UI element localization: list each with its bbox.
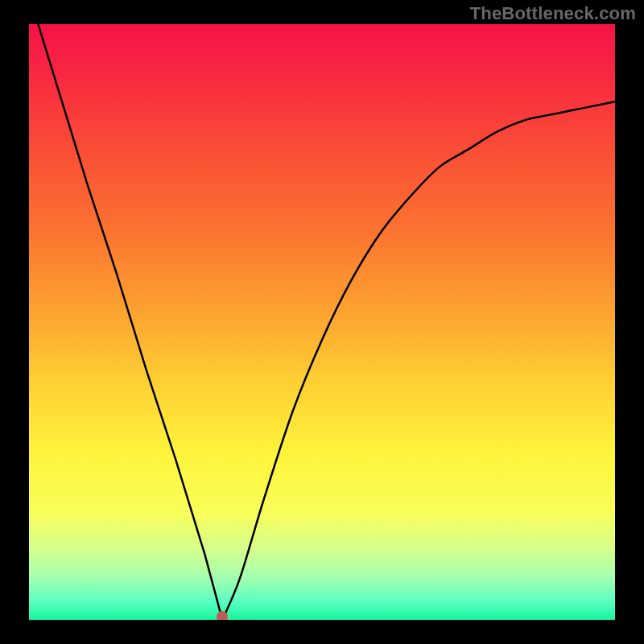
- bottleneck-curve: [29, 24, 615, 620]
- watermark-text: TheBottleneck.com: [470, 3, 636, 24]
- plot-area: [29, 24, 615, 620]
- minimum-marker-dot: [217, 611, 228, 620]
- chart-frame: TheBottleneck.com: [0, 0, 644, 644]
